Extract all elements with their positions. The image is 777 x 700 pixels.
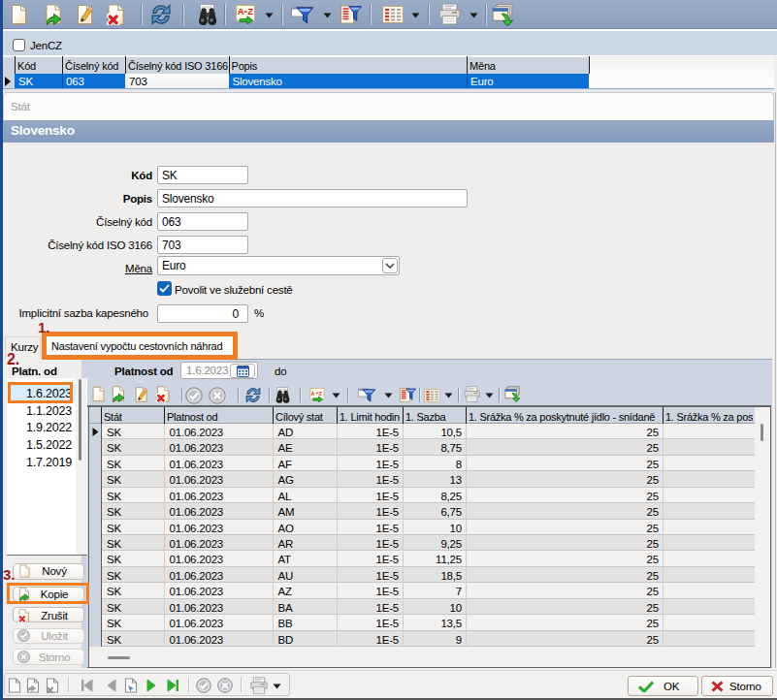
svg-text:A: A (311, 391, 315, 397)
svg-text:A: A (238, 6, 244, 16)
svg-text:Z: Z (247, 6, 253, 16)
svg-text:Z: Z (319, 391, 322, 397)
